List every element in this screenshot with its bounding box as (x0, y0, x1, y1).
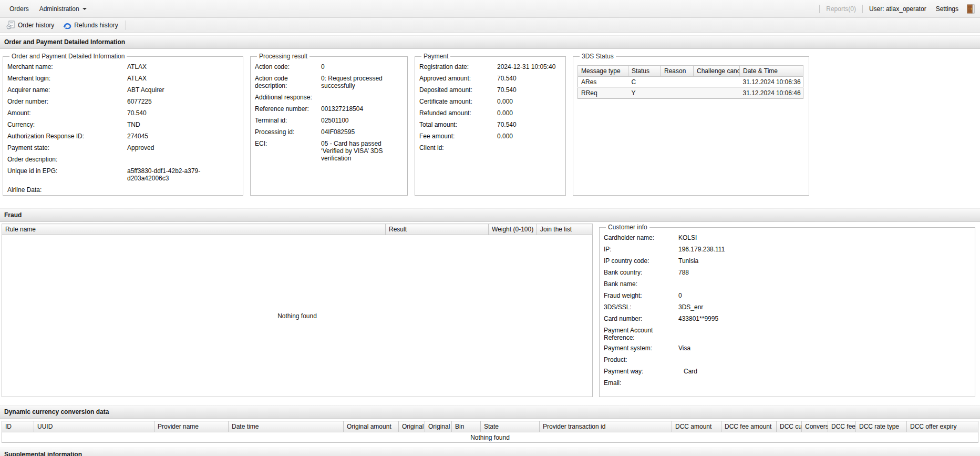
field-label: Airline Data: (7, 186, 127, 194)
column-header-weight: Weight (0-100) (489, 224, 537, 235)
detail-panels-row: Order and Payment Detailed Information M… (0, 49, 980, 200)
field-value: 02501100 (321, 117, 403, 124)
field-value: 04IF082595 (321, 128, 403, 136)
field-label: Certificate amount: (419, 98, 497, 105)
refunds-history-label: Refunds history (74, 22, 118, 29)
field-value: 0 (678, 292, 971, 299)
field-value: Visa (678, 344, 971, 352)
menu-administration[interactable]: Administration (34, 3, 92, 15)
toolbar: Order history Refunds history (0, 18, 980, 33)
table-header-row: Rule name Result Weight (0-100) Join the… (2, 224, 593, 235)
field-value: Approved (127, 144, 239, 151)
refunds-history-icon (63, 21, 71, 29)
menu-bar: Orders Administration Reports(0) User: a… (0, 0, 980, 18)
menu-separator (819, 5, 820, 13)
column-header-original-amount: Original amount (344, 421, 399, 432)
cell-challenge-cancel (694, 77, 740, 88)
user-label: User: atlax_operator (869, 5, 926, 13)
field-label: Fraud weight: (604, 292, 678, 299)
column-header-conversion: Conversi (802, 421, 828, 432)
menu-orders-label: Orders (9, 5, 29, 13)
column-header-provider-name: Provider name (154, 421, 229, 432)
field-value: 788 (678, 269, 971, 276)
field-label: Acquirer name: (7, 86, 127, 94)
field-value: 0.000 (497, 109, 561, 117)
field-value: 001327218504 (321, 105, 403, 113)
field-label: Deposited amount: (419, 86, 497, 94)
table-row[interactable]: ARes C 31.12.2024 10:06:36 (578, 77, 803, 88)
field-value: 0.000 (497, 133, 561, 140)
column-header-challenge-cancel: Challenge cancel (694, 66, 740, 77)
field-label: Merchant name: (7, 63, 127, 70)
column-header-date-time: Date time (229, 421, 344, 432)
field-value: 6077225 (127, 98, 239, 105)
field-label: Total amount: (419, 121, 497, 128)
menu-orders[interactable]: Orders (4, 3, 34, 15)
column-header-dcc-fee: DCC fee (828, 421, 856, 432)
field-label: Order description: (7, 156, 127, 163)
field-value: 70.540 (497, 86, 561, 94)
empty-row: Nothing found (2, 235, 593, 397)
cell-date-time: 31.12.2024 10:06:36 (740, 77, 803, 88)
refunds-history-button[interactable]: Refunds history (58, 20, 122, 30)
field-value: a5ff3830-ddf1-42b2-a379-d203a42006c3 (127, 167, 239, 182)
cell-reason (661, 88, 694, 99)
section-header-fraud: Fraud (0, 208, 980, 222)
cell-status: C (628, 77, 661, 88)
column-header-dcc-rate-type: DCC rate type (856, 421, 907, 432)
column-header-result: Result (386, 224, 489, 235)
column-header-dcc-offer-expiry: DCC offer expiry (907, 421, 978, 432)
empty-row: Nothing found (2, 432, 978, 443)
fraud-empty-text: Nothing found (2, 235, 593, 397)
field-value: Card (678, 368, 971, 375)
field-label: IP country code: (604, 257, 678, 265)
table-row[interactable]: RReq Y 31.12.2024 10:06:46 (578, 88, 803, 99)
field-value (127, 186, 239, 194)
field-value: 70.540 (497, 121, 561, 128)
field-value (678, 356, 971, 363)
3ds-status-panel: 3DS Status Message type Status Reason Ch… (573, 53, 809, 196)
3ds-status-legend: 3DS Status (580, 53, 616, 60)
dcc-empty-text: Nothing found (2, 432, 978, 443)
order-history-button[interactable]: Order history (2, 19, 58, 31)
field-label: Product: (604, 356, 678, 363)
field-value (678, 327, 971, 341)
field-label: Action code description: (255, 75, 321, 89)
column-header-rule-name: Rule name (2, 224, 386, 235)
column-header-dcc-fee-amount: DCC fee amount (721, 421, 777, 432)
column-header-join-the-list: Join the list (537, 224, 593, 235)
field-label: Email: (604, 379, 678, 387)
cell-date-time: 31.12.2024 10:06:46 (740, 88, 803, 99)
chevron-down-icon (82, 8, 87, 10)
order-history-icon (6, 21, 15, 29)
field-label: Fee amount: (419, 133, 497, 140)
field-label: Registration date: (419, 63, 497, 70)
section-header-main: Order and Payment Detailed Information (0, 35, 980, 49)
field-value: 70.540 (497, 75, 561, 82)
field-label: ECI: (255, 140, 321, 162)
field-value: Tunisia (678, 257, 971, 265)
field-value: 433801**9995 (678, 315, 971, 322)
toolbar-separator (126, 21, 126, 30)
field-label: Processing id: (255, 128, 321, 136)
settings-link[interactable]: Settings (936, 5, 958, 13)
field-label: Payment Account Reference: (604, 327, 678, 341)
field-value: KOLSI (678, 234, 971, 241)
dcc-table: ID UUID Provider name Date time Original… (2, 421, 978, 443)
reports-link[interactable]: Reports(0) (826, 5, 856, 13)
cell-reason (661, 77, 694, 88)
field-label: Card number: (604, 315, 678, 322)
logout-door-icon[interactable] (966, 4, 976, 14)
menubar-right: Reports(0) User: atlax_operator Settings (813, 4, 976, 14)
column-header-provider-transaction-id: Provider transaction id (540, 421, 672, 432)
column-header-original-currency: Original c (425, 421, 452, 432)
cell-challenge-cancel (694, 88, 740, 99)
order-detail-legend: Order and Payment Detailed Information (9, 53, 127, 60)
cell-message-type: ARes (578, 77, 628, 88)
field-label: Reference number: (255, 105, 321, 113)
field-label: IP: (604, 246, 678, 253)
field-value: 274045 (127, 133, 239, 140)
column-header-status: Status (628, 66, 661, 77)
field-label: Client id: (419, 144, 497, 151)
table-header-row: Message type Status Reason Challenge can… (578, 66, 803, 77)
